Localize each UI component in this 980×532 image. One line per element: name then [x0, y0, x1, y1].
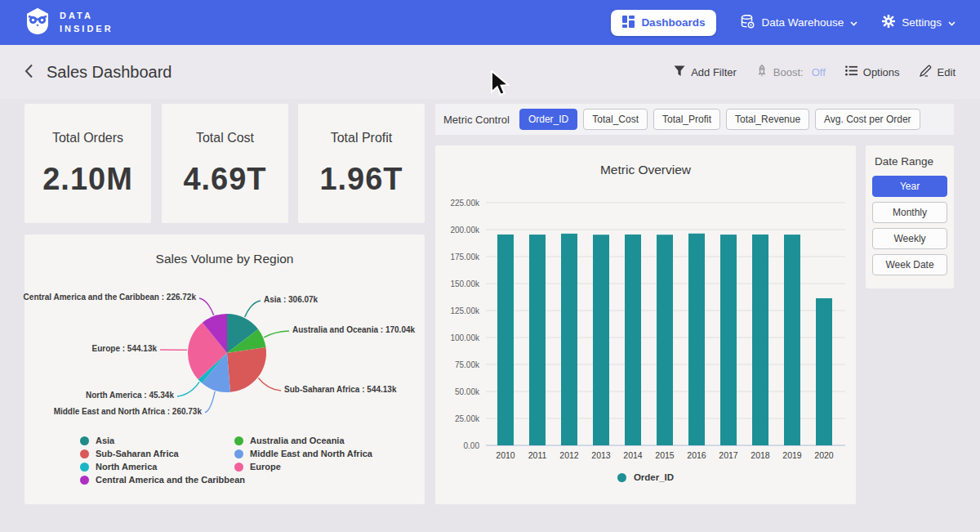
- pie-slice-sub-saharan-africa[interactable]: [227, 347, 266, 392]
- bar-2013[interactable]: [593, 235, 609, 445]
- date-range-year[interactable]: Year: [872, 176, 947, 197]
- x-axis-label: 2012: [559, 450, 579, 460]
- metric-overview-chart: Metric Overview 0.0025.00k50.00k75.00k10…: [435, 145, 856, 504]
- legend-dot: [80, 463, 89, 472]
- legend-label: North America: [96, 462, 157, 472]
- svg-text:75.00k: 75.00k: [455, 360, 480, 369]
- nav-data-warehouse-button[interactable]: Data Warehouse: [741, 15, 858, 31]
- pie-callout-line: [264, 331, 289, 338]
- legend-label: Europe: [250, 462, 281, 472]
- legend-dot: [234, 436, 243, 445]
- legend-item-sub-saharan-africa[interactable]: Sub-Saharan Africa: [80, 449, 245, 458]
- x-axis-label: 2017: [719, 450, 738, 460]
- date-range-weekly[interactable]: Weekly: [872, 228, 947, 249]
- legend-label: Australia and Oceania: [250, 436, 345, 445]
- svg-text:25.00k: 25.00k: [455, 414, 480, 423]
- metric-buttons: Order_IDTotal_CostTotal_ProfitTotal_Reve…: [519, 109, 920, 130]
- kpi-label: Total Profit: [331, 131, 393, 145]
- bar-2016[interactable]: [688, 234, 705, 445]
- metric-button-avg-cost-per-order[interactable]: Avg. Cost per Order: [815, 109, 920, 130]
- kpi-label: Total Orders: [52, 131, 123, 145]
- legend-label: Central America and the Caribbean: [96, 475, 245, 485]
- legend-item-middle-east-and-north-africa[interactable]: Middle East and North Africa: [234, 449, 372, 458]
- edit-label: Edit: [938, 66, 956, 78]
- edit-button[interactable]: Edit: [920, 65, 956, 79]
- chevron-left-icon: [24, 64, 33, 81]
- pie-label-australia-and-oceania: Australia and Oceania : 170.04k: [292, 325, 415, 334]
- legend-item-europe[interactable]: Europe: [234, 462, 372, 472]
- metric-button-total-cost[interactable]: Total_Cost: [583, 109, 648, 130]
- legend-dot: [80, 476, 89, 485]
- nav-dashboards-button[interactable]: Dashboards: [611, 10, 716, 36]
- chevron-down-icon: [850, 16, 858, 29]
- bar-2018[interactable]: [752, 235, 768, 445]
- x-axis-label: 2011: [528, 450, 547, 460]
- legend-label: Middle East and North Africa: [250, 449, 372, 458]
- bar-2011[interactable]: [529, 235, 546, 445]
- legend-item-australia-and-oceania[interactable]: Australia and Oceania: [234, 436, 372, 445]
- back-button[interactable]: [24, 64, 33, 81]
- bar-2015[interactable]: [657, 235, 673, 445]
- x-axis-label: 2014: [623, 450, 643, 460]
- legend-dot: [80, 449, 89, 458]
- legend-label: Sub-Saharan Africa: [96, 449, 179, 458]
- bar-2020[interactable]: [816, 298, 832, 445]
- bar-chart-legend[interactable]: Order_ID: [435, 472, 856, 482]
- list-icon: [845, 65, 858, 78]
- legend-item-central-america-and-the-caribbean[interactable]: Central America and the Caribbean: [80, 475, 245, 485]
- pie-label-europe: Europe : 544.13k: [92, 344, 157, 353]
- pie-label-central-america-and-the-caribbean: Central America and the Caribbean : 226.…: [24, 293, 196, 302]
- top-navbar: DATA INSIDER Dashboards: [0, 0, 980, 45]
- svg-text:125.00k: 125.00k: [450, 306, 480, 315]
- page-header: Sales Dashboard Add Filter Boost:Off: [0, 45, 980, 99]
- bar-2012[interactable]: [561, 234, 577, 445]
- legend-label: Order_ID: [634, 472, 674, 482]
- funnel-icon: [674, 65, 685, 79]
- svg-text:0.00: 0.00: [464, 441, 480, 450]
- x-axis-label: 2016: [687, 450, 706, 460]
- legend-item-asia[interactable]: Asia: [80, 436, 245, 445]
- nav-settings-button[interactable]: Settings: [882, 15, 956, 30]
- metric-button-order-id[interactable]: Order_ID: [519, 109, 577, 130]
- kpi-card-total-profit: Total Profit 1.96T: [298, 104, 425, 223]
- legend-item-north-america[interactable]: North America: [80, 462, 245, 472]
- chevron-down-icon: [948, 16, 956, 29]
- page-title: Sales Dashboard: [47, 63, 172, 82]
- x-axis-label: 2013: [591, 450, 611, 460]
- database-icon: [741, 15, 755, 31]
- bar-2017[interactable]: [720, 235, 737, 445]
- metric-button-total-revenue[interactable]: Total_Revenue: [726, 109, 809, 130]
- nav-dashboards-label: Dashboards: [641, 16, 705, 29]
- metric-control-bar: Metric Control Order_IDTotal_CostTotal_P…: [435, 104, 954, 135]
- boost-toggle[interactable]: Boost:Off: [756, 65, 826, 79]
- options-button[interactable]: Options: [845, 65, 900, 78]
- x-axis-label: 2010: [496, 450, 515, 460]
- gear-icon: [882, 15, 895, 30]
- kpi-card-total-cost: Total Cost 4.69T: [162, 104, 288, 223]
- svg-text:50.00k: 50.00k: [455, 387, 480, 396]
- add-filter-button[interactable]: Add Filter: [674, 65, 737, 79]
- legend-dot: [234, 449, 243, 458]
- bar-2010[interactable]: [497, 235, 514, 445]
- legend-label: Asia: [96, 436, 114, 445]
- date-range-week-date[interactable]: Week Date: [872, 254, 947, 275]
- date-range-monthly[interactable]: Monthly: [872, 202, 947, 223]
- metric-button-total-profit[interactable]: Total_Profit: [653, 109, 720, 130]
- kpi-label: Total Cost: [196, 131, 254, 145]
- legend-dot: [617, 473, 626, 482]
- pie-callout-line: [205, 391, 215, 413]
- bar-2019[interactable]: [784, 235, 800, 445]
- brand-line2: INSIDER: [60, 23, 114, 36]
- x-axis-label: 2018: [751, 450, 770, 460]
- metric-control-label: Metric Control: [443, 114, 510, 126]
- pie-callout-line: [177, 382, 199, 396]
- date-range-title: Date Range: [875, 155, 947, 168]
- svg-text:150.00k: 150.00k: [450, 279, 480, 288]
- bar-2014[interactable]: [625, 235, 641, 445]
- svg-text:100.00k: 100.00k: [450, 333, 480, 342]
- dashboard-grid-icon: [622, 16, 635, 30]
- brand-text: DATA INSIDER: [60, 10, 114, 36]
- pie-label-sub-saharan-africa: Sub-Saharan Africa : 544.13k: [284, 385, 396, 394]
- pie-callout-line: [199, 298, 214, 315]
- pencil-icon: [920, 65, 932, 79]
